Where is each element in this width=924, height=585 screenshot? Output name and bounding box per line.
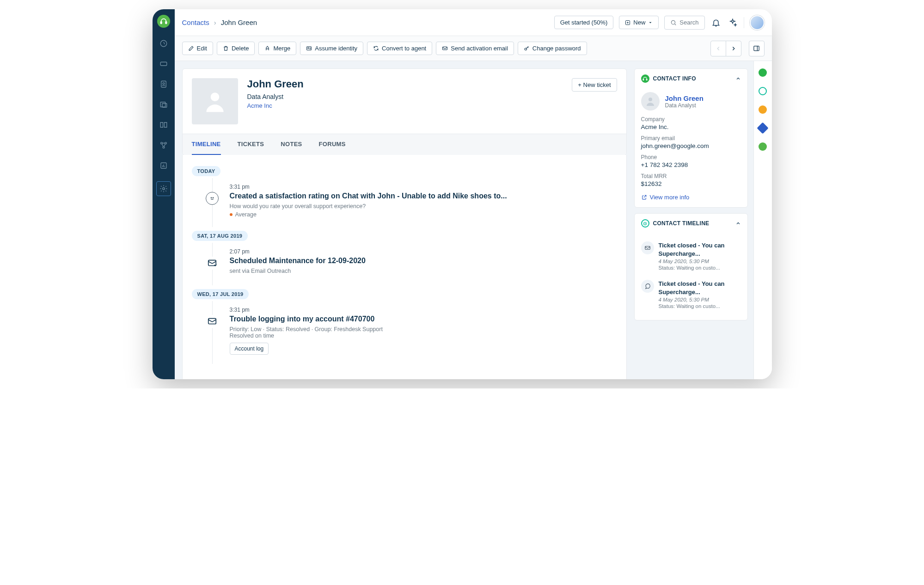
edit-button[interactable]: Edit [182,42,213,55]
face-neutral-icon [206,192,219,205]
timeline-title[interactable]: Trouble logging into my account #470700 [230,315,617,323]
mail-icon [641,241,654,254]
timeline-sub: sent via Email Outreach [230,268,617,274]
svg-rect-26 [646,79,647,80]
convert-agent-button[interactable]: Convert to agent [367,42,432,55]
nav-dashboard-icon[interactable] [159,39,168,48]
timeline-time: 3:31 pm [230,307,617,313]
refresh-icon [373,45,379,51]
ct-status: Status: Waiting on custo... [659,303,741,309]
ct-meta: 4 May 2020, 5:30 PM [659,297,741,302]
field-label: Company [641,116,741,123]
panel-header[interactable]: CONTACT INFO [635,69,747,88]
contact-company-link[interactable]: Acme Inc [247,102,304,109]
field-label: Total MRR [641,173,741,179]
timeline-title[interactable]: Created a satisfaction rating on Chat wi… [230,192,617,200]
new-ticket-button[interactable]: + New ticket [572,78,617,92]
center-column: John Green Data Analyst Acme Inc + New t… [175,61,634,379]
svg-point-21 [211,197,211,198]
tab-timeline[interactable]: TIMELINE [192,134,221,155]
ct-title: Ticket closed - You can Supercharge... [659,280,741,296]
search-button[interactable]: Search [664,16,704,30]
headset-icon [641,74,649,83]
svg-point-16 [308,48,309,49]
pencil-icon [188,45,194,51]
nav-knowledge-icon[interactable] [159,120,168,129]
svg-rect-6 [160,102,165,107]
chevron-up-icon [735,76,741,81]
contact-timeline-item[interactable]: Ticket closed - You can Supercharge... 4… [641,237,741,275]
nav-automation-icon[interactable] [159,141,168,150]
panel-header[interactable]: CONTACT TIMELINE [635,214,747,233]
svg-rect-24 [208,319,216,324]
rail-app-3[interactable] [759,105,767,114]
profile-card: John Green Data Analyst Acme Inc + New t… [182,68,627,155]
plus-box-icon [625,20,630,25]
breadcrumb-root[interactable]: Contacts [182,18,209,26]
rail-app-2[interactable] [759,87,767,95]
svg-point-5 [163,83,165,85]
divider [744,17,744,28]
rail-app-4[interactable] [757,122,768,134]
rail-app-1[interactable] [759,68,767,77]
field-value: +1 782 342 2398 [641,161,741,168]
change-password-button[interactable]: Change password [518,42,587,55]
svg-point-18 [525,48,526,50]
assume-identity-button[interactable]: Assume identity [300,42,363,55]
merge-button[interactable]: Merge [258,42,296,55]
tab-tickets[interactable]: TICKETS [238,134,264,155]
svg-rect-15 [307,47,312,50]
rail-app-5[interactable] [759,142,767,151]
nav-settings-icon[interactable] [156,181,171,196]
contact-name: John Green [247,78,304,90]
timeline-meta: Priority: Low · Status: Resolved · Group… [230,326,617,333]
pager [710,41,741,56]
nav-reports-icon[interactable] [159,161,168,170]
new-button[interactable]: New [619,16,659,29]
chevron-down-icon [648,20,653,25]
svg-rect-0 [160,22,162,24]
contact-info-panel: CONTACT INFO John Green Data Analyst Com… [634,68,748,208]
left-nav [153,9,175,379]
sparkle-icon[interactable] [727,17,738,28]
timeline-title[interactable]: Scheduled Maintenance for 12-09-2020 [230,257,617,265]
svg-point-27 [649,98,652,101]
send-activation-button[interactable]: Send activation email [436,42,514,55]
tab-forums[interactable]: FORUMS [319,134,346,155]
nav-tickets-icon[interactable] [159,59,168,68]
app-logo[interactable] [157,15,170,28]
layout-toggle-button[interactable] [749,41,765,56]
contact-info-name[interactable]: John Green [665,94,704,102]
contact-info-role: Data Analyst [665,102,704,109]
svg-rect-25 [643,79,644,80]
key-icon [524,45,530,51]
ct-title: Ticket closed - You can Supercharge... [659,241,741,258]
content-row: John Green Data Analyst Acme Inc + New t… [175,61,772,379]
main-area: Contacts › John Green Get started (50%) … [175,9,772,379]
prev-button[interactable] [710,41,726,56]
breadcrumb: Contacts › John Green [182,18,257,26]
timeline-time: 3:31 pm [230,184,617,190]
notifications-icon[interactable] [710,17,722,28]
nav-solutions-icon[interactable] [159,100,168,109]
next-button[interactable] [726,41,741,56]
user-avatar[interactable] [750,15,765,30]
chat-icon [641,280,654,293]
timeline: TODAY 3:31 pm Created a satisfaction rat… [182,155,627,379]
mail-icon [442,45,448,51]
date-pill: WED, 17 JUL 2019 [192,289,249,299]
nav-contacts-icon[interactable] [159,80,168,89]
view-more-link[interactable]: View more info [641,194,741,201]
get-started-button[interactable]: Get started (50%) [554,16,614,29]
timeline-item: 3:31 pm Created a satisfaction rating on… [192,178,617,227]
tag-account-log[interactable]: Account log [230,343,269,355]
date-pill: SAT, 17 AUG 2019 [192,231,248,241]
svg-point-14 [672,20,675,24]
tab-notes[interactable]: NOTES [281,134,302,155]
svg-rect-1 [165,22,167,24]
contact-timeline-item[interactable]: Ticket closed - You can Supercharge... 4… [641,275,741,314]
delete-button[interactable]: Delete [217,42,255,55]
chevron-right-icon: › [214,18,216,26]
svg-point-20 [210,92,219,101]
svg-point-12 [162,188,165,190]
